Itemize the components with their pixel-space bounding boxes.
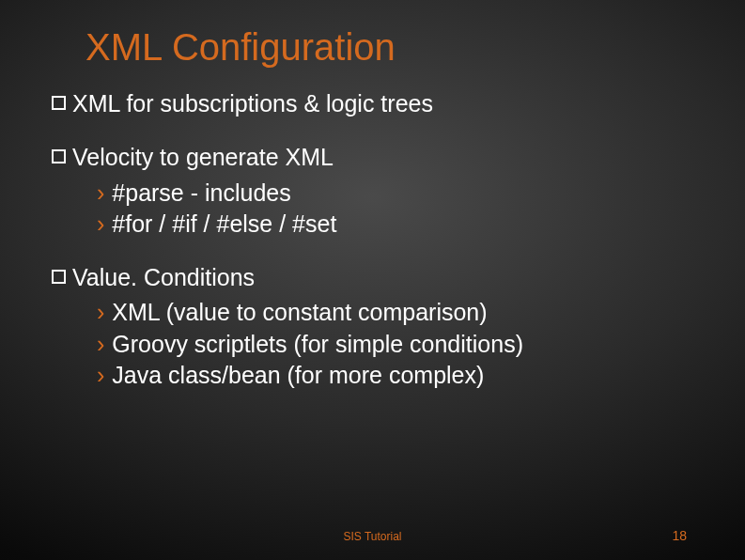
angle-bullet-icon: ›	[97, 298, 104, 327]
square-bullet-icon	[52, 96, 66, 110]
bullet-text: Velocity to generate XML	[72, 143, 334, 172]
sub-bullet-text: Java class/bean (for more complex)	[112, 361, 484, 390]
bullet-item: XML for subscriptions & logic trees	[52, 89, 693, 118]
slide: XML Configuration XML for subscriptions …	[0, 0, 745, 560]
sub-bullet-text: Groovy scriptlets (for simple conditions…	[112, 330, 523, 359]
slide-title: XML Configuration	[85, 26, 693, 69]
sub-list: › #parse - includes › #for / #if / #else…	[97, 179, 693, 240]
sub-bullet-item: › XML (value to constant comparison)	[97, 298, 693, 327]
sub-bullet-text: XML (value to constant comparison)	[112, 298, 487, 327]
sub-bullet-text: #for / #if / #else / #set	[112, 210, 336, 239]
bullet-item: Value. Conditions	[52, 263, 693, 292]
angle-bullet-icon: ›	[97, 179, 104, 208]
sub-bullet-item: › Groovy scriptlets (for simple conditio…	[97, 330, 693, 359]
bullet-item: Velocity to generate XML	[52, 143, 693, 172]
square-bullet-icon	[52, 149, 66, 163]
slide-number: 18	[672, 528, 687, 543]
sub-bullet-item: › Java class/bean (for more complex)	[97, 361, 693, 390]
footer-center-text: SIS Tutorial	[0, 530, 745, 543]
bullet-text: XML for subscriptions & logic trees	[72, 89, 433, 118]
angle-bullet-icon: ›	[97, 361, 104, 390]
angle-bullet-icon: ›	[97, 330, 104, 359]
slide-content: XML for subscriptions & logic trees Velo…	[52, 89, 693, 390]
sub-bullet-text: #parse - includes	[112, 179, 290, 208]
square-bullet-icon	[52, 270, 66, 284]
sub-bullet-item: › #parse - includes	[97, 179, 693, 208]
sub-list: › XML (value to constant comparison) › G…	[97, 298, 693, 390]
bullet-text: Value. Conditions	[72, 263, 255, 292]
sub-bullet-item: › #for / #if / #else / #set	[97, 210, 693, 239]
angle-bullet-icon: ›	[97, 210, 104, 239]
